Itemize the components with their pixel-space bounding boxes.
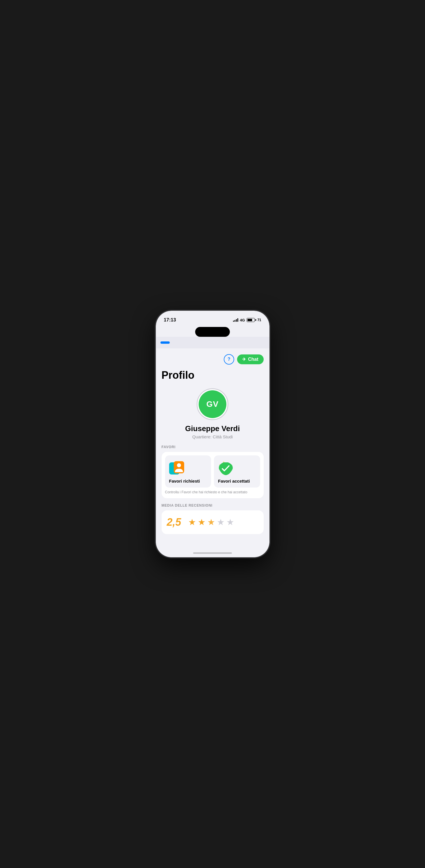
top-action-row: ? ✈ Chat (162, 354, 264, 365)
help-icon: ? (228, 357, 230, 362)
page-title: Profilo (162, 369, 264, 381)
review-score: 2,5 (167, 516, 184, 528)
star-5: ★ (226, 518, 234, 527)
chat-send-icon: ✈ (242, 357, 246, 362)
favori-richiesti-label: Favori richiesti (169, 478, 200, 484)
status-bar: 17:13 4G 71 (156, 311, 269, 325)
network-type: 4G (240, 318, 245, 322)
favori-accettati-label: Favori accettati (218, 478, 250, 484)
phone-screen: 17:13 4G 71 (156, 311, 269, 557)
reviews-section-label: MEDIA DELLE RECENSIONI (162, 503, 264, 507)
svg-point-2 (177, 463, 181, 467)
favori-grid: Favori richiesti (165, 456, 260, 488)
reviews-card: 2,5 ★ ★ ★ ★ ★ (162, 510, 264, 534)
dynamic-island (195, 327, 230, 337)
avatar-ring: GV (197, 388, 228, 420)
favori-hint: Controlla i Favori che hai richiesto e c… (165, 490, 260, 495)
home-bar (193, 552, 232, 554)
favori-accettati-icon (218, 461, 234, 475)
favori-richiesti-icon (169, 461, 185, 475)
favori-richiesti-item[interactable]: Favori richiesti (165, 456, 211, 488)
battery-icon: 71 (247, 318, 261, 322)
signal-icon (233, 318, 238, 322)
user-name: Giuseppe Verdi (185, 424, 240, 433)
home-indicator (156, 550, 269, 557)
background-peek (156, 337, 269, 348)
star-3: ★ (207, 518, 215, 527)
favori-accettati-item[interactable]: Favori accettati (214, 456, 260, 488)
battery-level: 71 (257, 318, 261, 322)
peek-tab (160, 341, 170, 344)
chat-button-label: Chat (248, 357, 259, 362)
favori-section-label: FAVORI (162, 445, 264, 449)
status-time: 17:13 (164, 317, 176, 322)
chat-button[interactable]: ✈ Chat (237, 354, 264, 364)
help-button[interactable]: ? (224, 354, 234, 365)
avatar: GV (199, 390, 226, 418)
status-icons: 4G 71 (233, 318, 261, 322)
star-4: ★ (217, 518, 225, 527)
stars-row: ★ ★ ★ ★ ★ (188, 518, 234, 527)
main-card: ? ✈ Chat Profilo GV Giuseppe Verdi Quart… (156, 348, 269, 550)
user-location: Quartiere: Città Studi (192, 434, 233, 439)
favori-card: Favori richiesti (162, 452, 264, 498)
star-2: ★ (198, 518, 205, 527)
phone-frame: 17:13 4G 71 (156, 311, 269, 557)
avatar-section: GV Giuseppe Verdi Quartiere: Città Studi (162, 388, 264, 439)
star-1: ★ (188, 518, 196, 527)
